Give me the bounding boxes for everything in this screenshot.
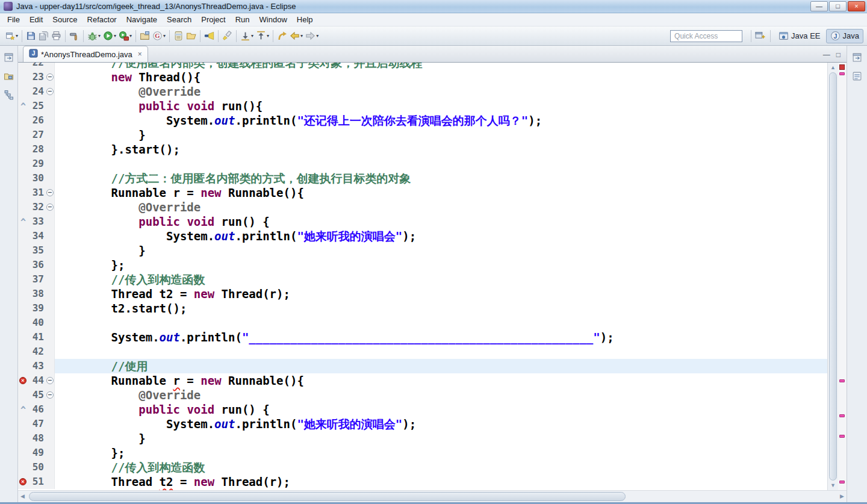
code-text[interactable]: //传入到构造函数 <box>55 460 827 474</box>
line-number[interactable]: 38 <box>28 287 46 301</box>
code-text[interactable]: }.start(); <box>55 142 827 157</box>
perspective-java-ee[interactable]: Java EE <box>774 29 824 43</box>
code-viewport[interactable]: 22 //使用匿名内部类，创建线程的匿名子类对象，并且启动线程23− new T… <box>18 63 827 490</box>
new-java-project-icon[interactable] <box>138 28 151 44</box>
back-icon[interactable]: ▾ <box>288 28 304 44</box>
code-text[interactable]: //使用匿名内部类，创建线程的匿名子类对象，并且启动线程 <box>55 63 827 70</box>
line-number[interactable]: 27 <box>28 128 46 142</box>
overview-marker[interactable] <box>839 435 845 438</box>
code-text[interactable]: System.out.println("还记得上一次陪你去看演唱会的那个人吗？"… <box>55 113 827 128</box>
code-text[interactable]: Runnable r = new Runnable(){ <box>55 373 827 388</box>
dropdown-caret-icon[interactable]: ▾ <box>16 33 18 39</box>
run-external-tools-icon[interactable]: ▾ <box>117 28 133 44</box>
restore-views-icon[interactable] <box>2 51 16 64</box>
menu-file[interactable]: File <box>2 14 25 25</box>
overview-marker[interactable] <box>839 379 845 382</box>
code-text[interactable]: System.out.println("她来听我的演唱会"); <box>55 417 827 431</box>
line-number[interactable]: 48 <box>28 431 46 446</box>
line-number[interactable]: 30 <box>28 171 46 185</box>
code-text[interactable]: @Override <box>55 200 827 214</box>
dropdown-caret-icon[interactable]: ▾ <box>163 33 166 39</box>
new-jar-icon[interactable] <box>172 28 185 44</box>
line-number[interactable]: 28 <box>28 142 46 157</box>
menu-edit[interactable]: Edit <box>25 14 48 25</box>
package-explorer-icon[interactable] <box>2 69 16 82</box>
line-number[interactable]: 41 <box>28 330 46 344</box>
code-text[interactable]: }; <box>55 258 827 272</box>
minimize-button[interactable]: — <box>810 1 828 11</box>
minimize-view-icon[interactable]: — <box>823 51 830 58</box>
new-wizard-icon[interactable]: ▾ <box>4 28 19 44</box>
horizontal-scrollbar[interactable]: ◀ ▶ <box>18 490 847 502</box>
scroll-down-icon[interactable]: ▼ <box>828 482 838 488</box>
previous-annotation-icon[interactable]: ▾ <box>255 28 270 44</box>
vertical-scrollbar-thumb[interactable] <box>829 72 837 481</box>
fold-collapse-icon[interactable]: − <box>46 377 54 384</box>
menu-help[interactable]: Help <box>292 14 318 25</box>
code-text[interactable]: System.out.println("____________________… <box>55 330 827 344</box>
menu-refactor[interactable]: Refactor <box>82 14 122 25</box>
overview-ruler[interactable] <box>838 63 847 490</box>
line-number[interactable]: 40 <box>28 316 46 330</box>
overview-marker[interactable] <box>839 481 845 484</box>
code-text[interactable]: //传入到构造函数 <box>55 272 827 287</box>
line-number[interactable]: 43 <box>28 359 46 373</box>
code-text[interactable]: new Thread(){ <box>55 70 827 84</box>
open-folder-icon[interactable] <box>185 28 197 44</box>
line-number[interactable]: 42 <box>28 344 46 359</box>
line-number[interactable]: 24 <box>28 84 46 99</box>
dropdown-caret-icon[interactable]: ▾ <box>98 33 101 39</box>
line-number[interactable]: 32 <box>28 200 46 214</box>
dropdown-caret-icon[interactable]: ▾ <box>129 33 132 39</box>
code-text[interactable]: } <box>55 128 827 142</box>
save-icon[interactable] <box>25 28 37 44</box>
code-text[interactable]: //方式二：使用匿名内部类的方式，创建执行目标类的对象 <box>55 171 827 185</box>
task-list-icon[interactable] <box>851 69 864 82</box>
line-number[interactable]: 23 <box>28 70 46 84</box>
line-number[interactable]: 39 <box>28 301 46 316</box>
dropdown-caret-icon[interactable]: ▾ <box>316 33 319 39</box>
debug-icon[interactable]: ▾ <box>86 28 102 44</box>
forward-icon[interactable]: ▾ <box>304 28 320 44</box>
dropdown-caret-icon[interactable]: ▾ <box>251 33 253 39</box>
code-text[interactable]: public void run(){ <box>55 99 827 113</box>
line-number[interactable]: 50 <box>28 460 46 474</box>
run-icon[interactable]: ▾ <box>102 28 117 44</box>
scroll-up-icon[interactable]: ▲ <box>828 64 838 70</box>
close-button[interactable]: × <box>848 1 865 11</box>
menu-search[interactable]: Search <box>162 14 196 25</box>
fold-collapse-icon[interactable]: − <box>46 204 54 211</box>
code-text[interactable]: @Override <box>55 84 827 99</box>
code-text[interactable]: } <box>55 243 827 258</box>
overview-marker[interactable] <box>839 72 845 75</box>
menu-navigate[interactable]: Navigate <box>122 14 162 25</box>
save-all-icon[interactable] <box>37 28 50 44</box>
menu-project[interactable]: Project <box>196 14 230 25</box>
code-text[interactable] <box>55 157 827 171</box>
restore-views-icon[interactable] <box>851 51 864 64</box>
line-number[interactable]: 31 <box>28 185 46 200</box>
dropdown-caret-icon[interactable]: ▾ <box>267 33 269 39</box>
perspective-java[interactable]: JJava <box>826 29 863 43</box>
code-text[interactable]: }; <box>55 446 827 460</box>
tab-close-icon[interactable]: × <box>138 50 142 58</box>
line-number[interactable]: 36 <box>28 258 46 272</box>
horizontal-scrollbar-thumb[interactable] <box>29 492 626 501</box>
maximize-view-icon[interactable]: □ <box>836 51 841 58</box>
code-text[interactable]: @Override <box>55 388 827 402</box>
last-edit-location-icon[interactable] <box>276 28 288 44</box>
code-text[interactable]: System.out.println("她来听我的演唱会"); <box>55 229 827 243</box>
generate-icon[interactable]: G▾ <box>151 28 167 44</box>
dropdown-caret-icon[interactable]: ▾ <box>300 33 303 39</box>
line-number[interactable]: 47 <box>28 417 46 431</box>
code-text[interactable]: public void run() { <box>55 402 827 417</box>
next-annotation-icon[interactable]: ▾ <box>239 28 255 44</box>
code-text[interactable] <box>55 344 827 359</box>
code-text[interactable]: public void run() { <box>55 214 827 229</box>
code-text[interactable]: //使用 <box>55 359 827 373</box>
code-text[interactable]: Thread t2 = new Thread(r); <box>55 474 827 489</box>
dropdown-caret-icon[interactable]: ▾ <box>114 33 116 39</box>
search-icon[interactable] <box>203 28 216 44</box>
open-perspective-button[interactable] <box>754 28 766 44</box>
mark-occurrences-icon[interactable] <box>221 28 234 44</box>
